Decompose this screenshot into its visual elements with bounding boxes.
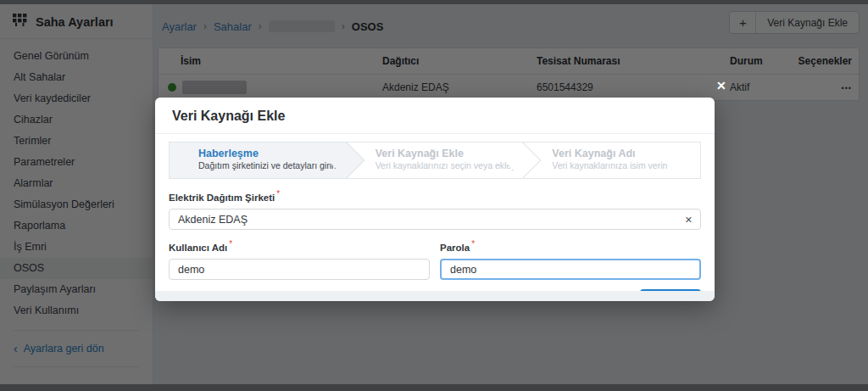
step-subtitle: Veri kaynaklarınıza isim verin — [552, 160, 700, 171]
username-label: Kullanıcı Adı — [169, 243, 227, 253]
wizard-step-haberle-me[interactable]: HaberleşmeDağıtım şirketinizi ve detayla… — [170, 142, 347, 178]
wizard-step-veri-kayna-ad[interactable]: Veri Kaynağı AdıVeri kaynaklarınıza isim… — [523, 142, 700, 178]
company-field-group: Elektrik Dağıtım Şirketi* ✕ — [169, 189, 701, 230]
clear-icon[interactable]: ✕ — [685, 215, 693, 224]
wizard-step-veri-kayna-ekle[interactable]: Veri Kaynağı EkleVeri kaynaklarınızı seç… — [347, 142, 524, 178]
required-asterisk: * — [471, 239, 475, 249]
close-icon[interactable]: ✕ — [716, 80, 726, 92]
modal-form: Elektrik Dağıtım Şirketi* ✕ Kullanıcı Ad… — [155, 179, 715, 280]
step-title: Veri Kaynağı Ekle — [376, 148, 524, 160]
company-label: Elektrik Dağıtım Şirketi — [169, 193, 275, 203]
password-label: Parola — [440, 243, 470, 253]
password-input[interactable] — [440, 259, 701, 280]
add-data-source-modal: Veri Kaynağı Ekle HaberleşmeDağıtım şirk… — [155, 98, 715, 301]
company-input[interactable] — [169, 209, 701, 230]
username-field-group: Kullanıcı Adı* — [169, 239, 430, 280]
username-input[interactable] — [169, 259, 430, 280]
step-title: Veri Kaynağı Adı — [552, 148, 700, 160]
required-asterisk: * — [276, 189, 280, 198]
modal-bottom-strip — [155, 291, 715, 301]
modal-title: Veri Kaynağı Ekle — [155, 98, 715, 134]
step-title: Haberleşme — [198, 148, 347, 160]
password-field-group: Parola* — [440, 239, 701, 280]
wizard-steps: HaberleşmeDağıtım şirketinizi ve detayla… — [169, 142, 701, 179]
step-subtitle: Veri kaynaklarınızı seçin veya ekleyin — [376, 160, 524, 171]
step-subtitle: Dağıtım şirketinizi ve detayları girin — [198, 160, 347, 171]
required-asterisk: * — [229, 239, 232, 249]
